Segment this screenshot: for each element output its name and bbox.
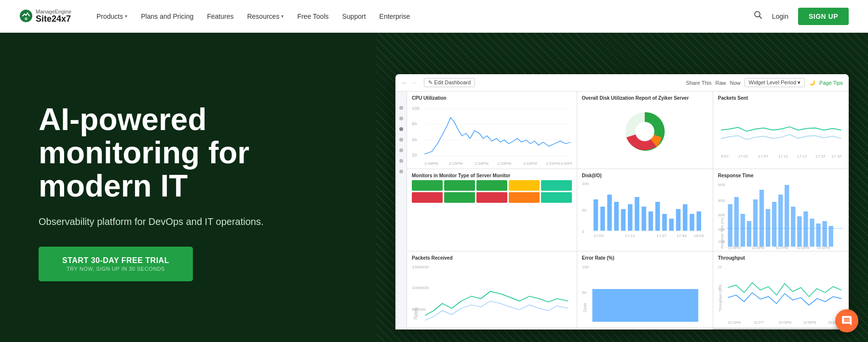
svg-text:14:55: 14:55 [682,327,692,328]
error-rate-chart: 100 50 Count 17:25 18:55 10:25 11:55 13:… [582,263,708,328]
products-chevron-icon: ▾ [125,13,127,19]
logo-site: Site24x7 [36,14,71,24]
chat-button[interactable] [835,309,858,332]
svg-rect-68 [785,185,789,247]
svg-rect-38 [641,207,646,231]
svg-text:01:59PM: 01:59PM [728,246,740,250]
dark-mode-toggle[interactable]: 🌙 [809,79,815,86]
cta-button[interactable]: START 30-DAY FREE TRIAL TRY NOW, SIGN UP… [39,247,193,281]
disk-util-title: Overall Disk Utilization Report of Zyike… [582,95,708,101]
svg-text:20: 20 [412,153,417,158]
svg-text:18:03: 18:03 [693,234,704,238]
svg-rect-43 [676,209,680,231]
back-icon: ← [401,79,408,87]
nav-enterprise[interactable]: Enterprise [374,9,416,24]
svg-text:03:02PM: 03:02PM [817,246,829,250]
svg-text:17:25: 17:25 [584,327,595,328]
nav-products[interactable]: Products ▾ [91,9,133,24]
svg-text:17:27: 17:27 [656,234,666,238]
svg-rect-40 [655,202,660,231]
svg-text:02:28PM: 02:28PM [797,246,809,250]
svg-rect-35 [621,209,625,231]
cta-main-text: START 30-DAY FREE TRIAL [62,256,169,265]
packets-sent-cell: Packets Sent 8:57 17:02 17:07 17:12 17:1… [713,92,849,169]
monitor-cell [541,180,572,191]
svg-text:8:57: 8:57 [721,154,729,158]
monitor-cell [444,180,475,191]
svg-text:02:43PM: 02:43PM [779,321,791,324]
period-selector[interactable]: Widget Level Period ▾ [745,78,805,87]
dashboard-sidenav [395,92,407,329]
svg-text:18:55: 18:55 [604,327,614,328]
svg-rect-46 [696,211,701,231]
nav-plans[interactable]: Plans and Pricing [135,9,199,24]
logo[interactable]: ManageEngine Site24x7 [19,9,71,24]
packets-sent-title: Packets Sent [718,95,844,101]
monitor-cell [476,180,507,191]
nav-features[interactable]: Features [201,9,239,24]
nav-free-tools[interactable]: Free Tools [291,9,334,24]
svg-text:02:27?: 02:27? [754,321,763,324]
svg-rect-72 [810,219,814,247]
monitor-cell [509,180,540,191]
svg-rect-31 [593,199,597,231]
mysql-cell: MySql - Zyiker Server 6:57 17:02 17:13 1… [407,328,713,329]
resources-chevron-icon: ▾ [281,13,284,19]
svg-text:50: 50 [582,209,586,212]
nav-resources[interactable]: Resources ▾ [241,9,289,24]
disk-pie [582,103,708,160]
svg-rect-41 [662,214,666,231]
monitor-type-title: Monitors in Monitor Type of Server Monit… [412,173,572,178]
edit-dashboard-btn[interactable]: ✎ Edit Dashboard [424,78,475,87]
svg-text:17:22: 17:22 [815,154,826,158]
svg-text:2:24PM: 2:24PM [475,161,488,166]
error-rate-title: Error Rate (%) [582,255,708,261]
view-raw[interactable]: Raw [716,80,726,86]
search-icon[interactable] [754,11,762,22]
svg-rect-63 [753,199,758,247]
svg-text:Packets: Packets [413,307,419,319]
signup-button[interactable]: SIGN UP [798,8,849,25]
hero-title: AI-powered monitoring for modern IT [39,103,347,203]
chat-icon [841,315,853,327]
svg-text:02:55PM: 02:55PM [803,321,816,324]
svg-rect-65 [766,209,770,247]
svg-rect-37 [635,197,639,231]
svg-rect-73 [816,224,820,247]
svg-rect-64 [760,190,764,247]
svg-text:02:17PM: 02:17PM [775,246,788,250]
svg-text:0: 0 [582,230,584,234]
monitor-cell [412,192,443,203]
svg-text:17:02: 17:02 [738,154,748,158]
share-btn[interactable]: Share This [686,80,712,86]
svg-rect-42 [669,219,673,231]
login-button[interactable]: Login [772,13,788,20]
svg-text:13:25: 13:25 [664,327,674,328]
svg-rect-59 [728,204,732,247]
svg-text:11:55: 11:55 [644,327,654,328]
cpu-chart-cell: CPU Utilization 100 60 40 20 [407,92,577,169]
svg-text:2:42PM: 2:42PM [523,161,537,166]
throughput-chart: 10 5 Throughput (rpm) 02:13PM 02:27? 02:… [718,263,844,325]
svg-rect-33 [607,195,611,231]
packets-received-title: Packets Received [412,255,572,261]
hero-section: AI-powered monitoring for modern IT Obse… [0,33,868,342]
svg-rect-74 [822,221,827,247]
nav-support[interactable]: Support [337,9,372,24]
view-now[interactable]: Now [730,80,741,86]
sidenav-dot [399,117,403,120]
svg-text:10: 10 [718,265,721,269]
svg-text:Throughput (rpm): Throughput (rpm) [719,284,723,312]
sidenav-dot [399,138,403,142]
svg-text:02:28PM: 02:28PM [495,327,515,328]
svg-text:Response Time (ms): Response Time (ms) [720,218,724,249]
page-tips-btn[interactable]: Page Tips [819,80,843,86]
svg-text:60: 60 [412,122,417,127]
svg-text:6000: 6000 [718,183,725,186]
dashboard-body: CPU Utilization 100 60 40 20 [395,92,849,329]
svg-point-20 [635,122,654,141]
response-time-title: Response Time [718,173,844,178]
svg-text:Count: Count [583,303,587,312]
monitor-cell [412,180,443,191]
sidenav-dot-active [399,127,403,131]
